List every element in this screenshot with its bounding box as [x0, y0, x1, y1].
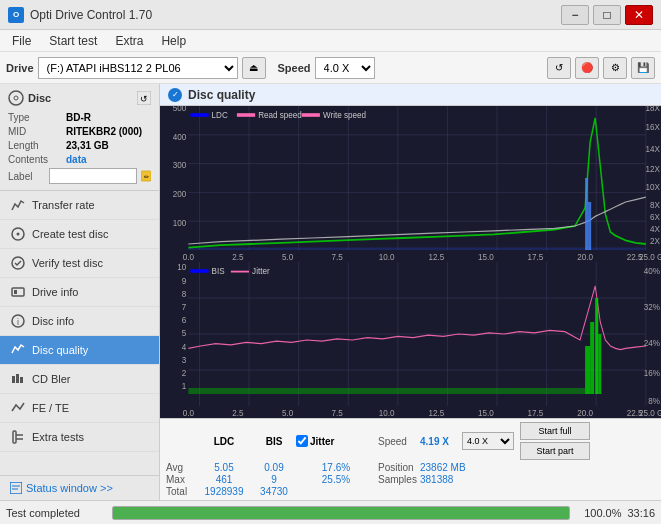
svg-rect-13 [12, 376, 15, 383]
stats-max-row: Max 461 9 25.5% Samples 381388 [166, 474, 655, 485]
disc-refresh-icon[interactable]: ↺ [137, 91, 151, 105]
verify-test-disc-icon [10, 255, 26, 271]
svg-text:12.5: 12.5 [428, 407, 444, 418]
verify-test-disc-label: Verify test disc [32, 257, 103, 269]
svg-point-0 [9, 91, 23, 105]
menu-file[interactable]: File [4, 32, 39, 50]
contents-value: data [66, 154, 87, 165]
svg-text:BIS: BIS [212, 265, 225, 276]
title-bar: O Opti Drive Control 1.70 − □ ✕ [0, 0, 661, 30]
svg-rect-62 [188, 248, 645, 250]
sidebar-item-fe-te[interactable]: FE / TE [0, 394, 159, 423]
disc-info-label: Disc info [32, 315, 74, 327]
status-window-icon [10, 482, 22, 494]
burn-button[interactable]: 🔴 [575, 57, 599, 79]
refresh-button[interactable]: ↺ [547, 57, 571, 79]
eject-button[interactable]: ⏏ [242, 57, 266, 79]
menu-extra[interactable]: Extra [107, 32, 151, 50]
speed-header: Speed [378, 436, 418, 447]
svg-text:7.5: 7.5 [331, 407, 342, 418]
app-icon: O [8, 7, 24, 23]
fe-te-label: FE / TE [32, 402, 69, 414]
extra-tests-label: Extra tests [32, 431, 84, 443]
progress-bar-fill [113, 507, 569, 519]
menu-help[interactable]: Help [153, 32, 194, 50]
nav-items: Transfer rate Create test disc Verify te… [0, 191, 159, 475]
menu-start-test[interactable]: Start test [41, 32, 105, 50]
avg-pos-value: 23862 MB [420, 462, 490, 473]
speed-dropdown[interactable]: 4.0 X [462, 432, 514, 450]
svg-rect-116 [190, 269, 208, 273]
type-value: BD-R [66, 112, 91, 123]
minimize-button[interactable]: − [561, 5, 589, 25]
sidebar-item-cd-bler[interactable]: CD Bler [0, 365, 159, 394]
sidebar-item-disc-quality[interactable]: Disc quality [0, 336, 159, 365]
svg-text:20.0: 20.0 [577, 407, 593, 418]
drive-select[interactable]: (F:) ATAPI iHBS112 2 PL06 [38, 57, 238, 79]
bis-header: BIS [254, 436, 294, 447]
svg-text:5: 5 [182, 328, 187, 339]
disc-header-text: Disc [28, 92, 51, 104]
close-button[interactable]: ✕ [625, 5, 653, 25]
svg-text:100: 100 [173, 217, 187, 228]
svg-text:3: 3 [182, 354, 187, 365]
extra-tests-icon [10, 429, 26, 445]
sidebar-item-disc-info[interactable]: i Disc info [0, 307, 159, 336]
avg-ldc: 5.05 [196, 462, 252, 473]
svg-text:16X: 16X [646, 121, 660, 132]
start-part-button[interactable]: Start part [520, 442, 590, 460]
jitter-checkbox[interactable] [296, 435, 308, 447]
label-input[interactable] [49, 168, 137, 184]
svg-text:0.0: 0.0 [183, 407, 194, 418]
label-edit-icon[interactable]: ✏ [141, 168, 151, 184]
progress-percent: 100.0% [576, 507, 621, 519]
length-label: Length [8, 140, 66, 151]
type-label: Type [8, 112, 66, 123]
jitter-header: Jitter [310, 436, 334, 447]
drive-info-icon [10, 284, 26, 300]
avg-jitter: 17.6% [296, 462, 376, 473]
jitter-checkbox-container: Jitter [296, 435, 376, 447]
svg-text:LDC: LDC [212, 109, 229, 120]
avg-pos-label: Position [378, 462, 418, 473]
progress-bar-container [112, 506, 570, 520]
svg-text:Write speed: Write speed [323, 109, 366, 120]
settings-button[interactable]: ⚙ [603, 57, 627, 79]
status-bar: Test completed 100.0% 33:16 [0, 500, 661, 524]
svg-text:12X: 12X [646, 163, 660, 174]
svg-text:24%: 24% [644, 337, 660, 348]
sidebar-item-drive-info[interactable]: Drive info [0, 278, 159, 307]
svg-rect-112 [585, 346, 590, 394]
svg-text:400: 400 [173, 131, 187, 142]
sidebar-item-verify-test-disc[interactable]: Verify test disc [0, 249, 159, 278]
create-test-disc-label: Create test disc [32, 228, 108, 240]
sidebar-item-create-test-disc[interactable]: Create test disc [0, 220, 159, 249]
disc-quality-header-icon: ✓ [168, 88, 182, 102]
svg-text:10: 10 [177, 262, 186, 273]
maximize-button[interactable]: □ [593, 5, 621, 25]
disc-section: Disc ↺ Type BD-R MID RITEKBR2 (000) Leng… [0, 84, 159, 191]
speed-select[interactable]: 4.0 X [315, 57, 375, 79]
svg-text:200: 200 [173, 189, 187, 200]
chart-title-bar: ✓ Disc quality [160, 84, 661, 106]
svg-text:15.0: 15.0 [478, 407, 494, 418]
svg-rect-115 [598, 334, 601, 394]
sidebar-item-extra-tests[interactable]: Extra tests [0, 423, 159, 452]
svg-text:500: 500 [173, 106, 187, 113]
stats-avg-row: Avg 5.05 0.09 17.6% Position 23862 MB [166, 462, 655, 473]
status-window-link[interactable]: Status window >> [0, 475, 159, 500]
max-jitter: 25.5% [296, 474, 376, 485]
transfer-rate-icon [10, 197, 26, 213]
svg-text:4X: 4X [650, 223, 660, 234]
svg-rect-63 [585, 178, 588, 250]
svg-text:20.0: 20.0 [577, 251, 593, 262]
svg-text:17.5: 17.5 [528, 407, 544, 418]
transfer-rate-label: Transfer rate [32, 199, 95, 211]
sidebar-item-transfer-rate[interactable]: Transfer rate [0, 191, 159, 220]
status-text: Test completed [6, 507, 106, 519]
svg-rect-69 [302, 113, 320, 117]
total-bis: 34730 [254, 486, 294, 497]
status-window-text: Status window >> [26, 482, 113, 494]
save-button[interactable]: 💾 [631, 57, 655, 79]
start-full-button[interactable]: Start full [520, 422, 590, 440]
